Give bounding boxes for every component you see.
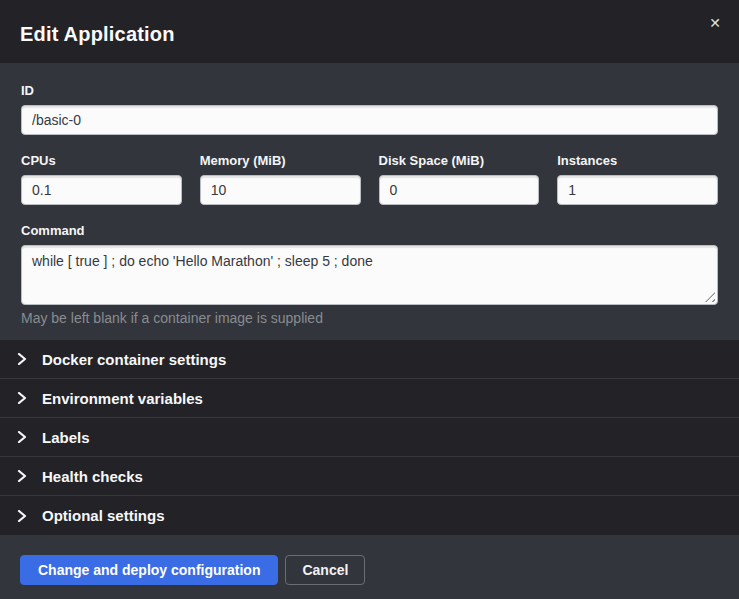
section-docker-container-settings[interactable]: Docker container settings	[0, 340, 739, 379]
modal-footer: Change and deploy configuration Cancel	[0, 535, 739, 599]
section-label: Labels	[42, 429, 90, 446]
cancel-button[interactable]: Cancel	[285, 555, 365, 585]
form-panel: ID CPUs Memory (MiB) Disk Space (MiB) In…	[0, 63, 739, 340]
command-help-text: May be left blank if a container image i…	[21, 310, 718, 326]
id-field-group: ID	[21, 83, 718, 135]
chevron-right-icon	[17, 470, 27, 482]
modal-header: Edit Application ✕	[0, 0, 739, 63]
section-label: Docker container settings	[42, 351, 226, 368]
section-label: Optional settings	[42, 507, 165, 524]
memory-label: Memory (MiB)	[200, 153, 361, 168]
cpus-field-group: CPUs	[21, 153, 182, 205]
change-and-deploy-button[interactable]: Change and deploy configuration	[20, 555, 278, 585]
section-label: Health checks	[42, 468, 143, 485]
disk-label: Disk Space (MiB)	[379, 153, 540, 168]
section-environment-variables[interactable]: Environment variables	[0, 379, 739, 418]
instances-field-group: Instances	[557, 153, 718, 205]
id-label: ID	[21, 83, 718, 98]
section-label: Environment variables	[42, 390, 203, 407]
command-field-group: Command while [ true ] ; do echo 'Hello …	[21, 223, 718, 326]
memory-field-group: Memory (MiB)	[200, 153, 361, 205]
id-input[interactable]	[21, 105, 718, 135]
section-health-checks[interactable]: Health checks	[0, 457, 739, 496]
section-optional-settings[interactable]: Optional settings	[0, 496, 739, 535]
chevron-right-icon	[17, 353, 27, 365]
disk-field-group: Disk Space (MiB)	[379, 153, 540, 205]
instances-input[interactable]	[557, 175, 718, 205]
modal-title: Edit Application	[20, 23, 175, 46]
edit-application-modal: Edit Application ✕ ID CPUs Memory (MiB) …	[0, 0, 739, 599]
section-labels[interactable]: Labels	[0, 418, 739, 457]
command-label: Command	[21, 223, 718, 238]
disk-input[interactable]	[379, 175, 540, 205]
accordion-sections: Docker container settings Environment va…	[0, 340, 739, 535]
chevron-right-icon	[17, 510, 27, 522]
chevron-right-icon	[17, 392, 27, 404]
memory-input[interactable]	[200, 175, 361, 205]
command-textarea[interactable]: while [ true ] ; do echo 'Hello Marathon…	[21, 245, 718, 305]
chevron-right-icon	[17, 431, 27, 443]
instances-label: Instances	[557, 153, 718, 168]
cpus-label: CPUs	[21, 153, 182, 168]
close-icon[interactable]: ✕	[705, 12, 725, 34]
cpus-input[interactable]	[21, 175, 182, 205]
resource-fields-row: CPUs Memory (MiB) Disk Space (MiB) Insta…	[21, 153, 718, 205]
